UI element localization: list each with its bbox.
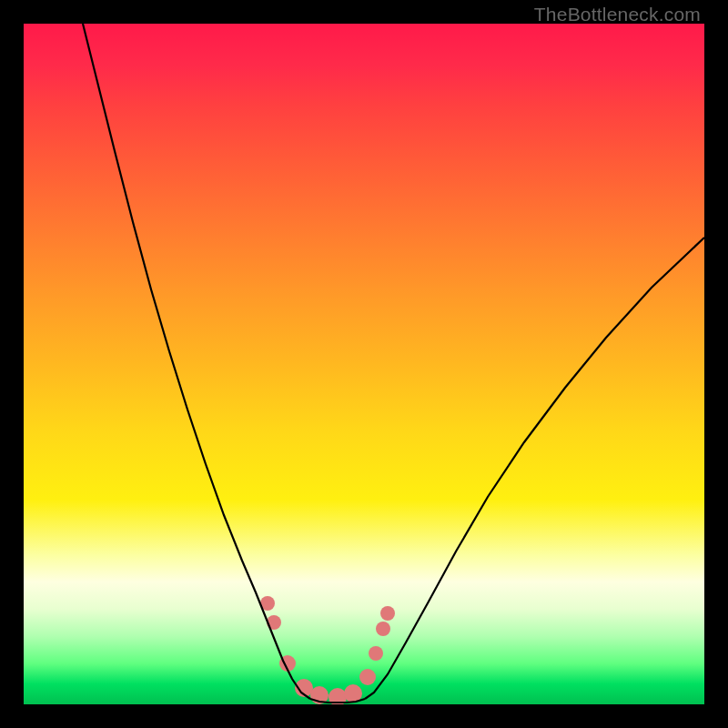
- chart-svg: [24, 24, 704, 704]
- left-curve-line: [83, 24, 310, 699]
- marker-layer: [260, 596, 395, 704]
- right-curve-line: [365, 238, 704, 699]
- highlight-marker: [359, 669, 376, 685]
- highlight-marker: [380, 606, 395, 621]
- chart-frame: [24, 24, 704, 704]
- watermark-text: TheBottleneck.com: [534, 4, 701, 25]
- highlight-marker: [376, 622, 390, 636]
- highlight-marker: [369, 646, 383, 661]
